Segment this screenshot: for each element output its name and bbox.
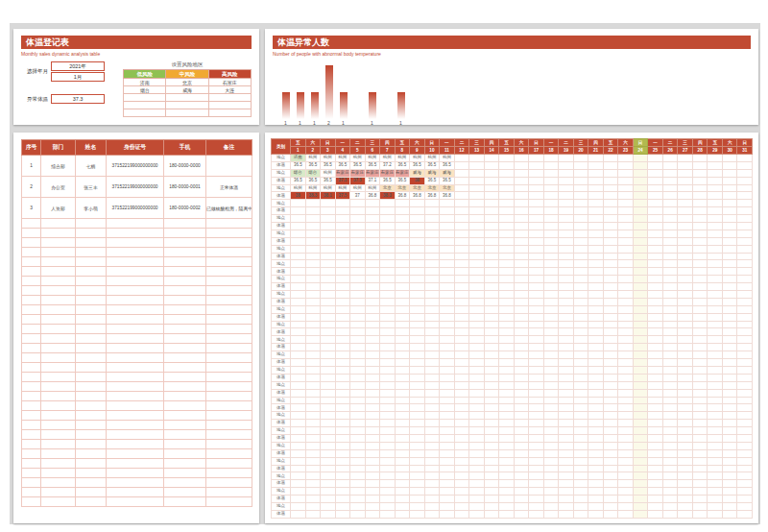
grid-cell[interactable] (678, 442, 693, 449)
grid-cell[interactable] (678, 223, 693, 230)
grid-cell[interactable] (559, 328, 574, 336)
grid-cell[interactable] (678, 321, 693, 328)
grid-cell[interactable] (395, 245, 410, 253)
grid-cell[interactable] (543, 276, 559, 283)
roster-cell[interactable] (107, 478, 164, 488)
grid-cell[interactable] (514, 449, 529, 457)
grid-cell[interactable] (603, 502, 618, 510)
grid-cell[interactable] (350, 404, 366, 412)
grid-cell[interactable]: 38.1 (321, 192, 336, 200)
month-cell[interactable]: 1月 (51, 72, 105, 82)
grid-cell[interactable] (440, 389, 455, 397)
grid-cell[interactable] (395, 465, 410, 472)
grid-cell[interactable] (454, 381, 469, 389)
grid-cell[interactable] (559, 488, 574, 496)
grid-cell[interactable] (543, 177, 559, 184)
grid-cell[interactable] (321, 374, 336, 381)
grid-cell[interactable] (454, 449, 469, 457)
roster-cell[interactable] (76, 373, 107, 382)
roster-cell[interactable] (76, 286, 107, 296)
grid-cell[interactable] (588, 321, 604, 328)
grid-cell[interactable] (335, 237, 350, 245)
grid-cell[interactable] (722, 397, 737, 404)
grid-cell[interactable] (514, 245, 529, 253)
grid-cell[interactable] (692, 177, 708, 184)
grid-cell[interactable] (424, 283, 440, 291)
grid-cell[interactable] (395, 260, 410, 268)
grid-cell[interactable] (588, 305, 604, 313)
grid-cell[interactable] (321, 237, 336, 245)
roster-cell[interactable] (107, 488, 164, 497)
grid-cell[interactable] (365, 366, 380, 374)
grid-cell[interactable] (603, 366, 618, 374)
grid-cell[interactable] (395, 321, 410, 328)
grid-cell[interactable] (410, 207, 425, 215)
grid-cell[interactable] (722, 283, 737, 291)
grid-cell[interactable]: 36.5 (321, 161, 336, 169)
grid-cell[interactable] (662, 434, 678, 442)
grid-cell[interactable]: 38 (410, 177, 425, 184)
grid-cell[interactable] (499, 313, 515, 321)
grid-cell[interactable] (737, 336, 753, 344)
grid-cell[interactable] (440, 351, 455, 359)
grid-cell[interactable] (722, 155, 737, 162)
grid-cell[interactable] (499, 177, 515, 184)
grid-cell[interactable] (722, 336, 737, 344)
grid-cell[interactable] (321, 321, 336, 328)
grid-cell[interactable] (662, 223, 678, 230)
grid-cell[interactable] (469, 260, 485, 268)
roster-cell[interactable] (76, 430, 107, 440)
roster-cell[interactable] (22, 411, 41, 421)
grid-cell[interactable] (543, 397, 559, 404)
grid-cell[interactable] (395, 457, 410, 465)
grid-cell[interactable] (722, 472, 737, 480)
grid-cell[interactable] (321, 351, 336, 359)
grid-cell[interactable] (440, 510, 455, 518)
grid-cell[interactable] (514, 161, 529, 169)
grid-cell[interactable] (454, 305, 469, 313)
roster-cell[interactable] (76, 411, 107, 421)
grid-cell[interactable] (618, 420, 634, 427)
grid-cell[interactable] (662, 237, 678, 245)
roster-cell[interactable]: 办公室 (41, 177, 76, 198)
grid-cell[interactable] (350, 496, 366, 503)
roster-cell[interactable] (164, 382, 206, 392)
grid-cell[interactable] (573, 427, 588, 435)
grid-cell[interactable]: 36.5 (380, 177, 396, 184)
grid-cell[interactable] (424, 374, 440, 381)
grid-cell[interactable] (350, 374, 366, 381)
grid-cell[interactable] (722, 321, 737, 328)
grid-cell[interactable] (424, 276, 440, 283)
grid-cell[interactable] (365, 427, 380, 435)
grid-cell[interactable] (469, 291, 485, 299)
grid-cell[interactable] (737, 389, 753, 397)
roster-cell[interactable] (76, 229, 107, 238)
grid-cell[interactable] (484, 305, 499, 313)
grid-cell[interactable] (484, 510, 499, 518)
grid-cell[interactable] (529, 502, 544, 510)
grid-cell[interactable] (454, 389, 469, 397)
grid-cell[interactable] (365, 268, 380, 276)
roster-cell[interactable] (41, 430, 76, 440)
grid-cell[interactable] (454, 480, 469, 488)
grid-cell[interactable] (648, 457, 663, 465)
grid-cell[interactable] (737, 472, 753, 480)
grid-cell[interactable] (514, 457, 529, 465)
grid-cell[interactable] (529, 155, 544, 162)
grid-cell[interactable] (648, 305, 663, 313)
grid-cell[interactable] (321, 412, 336, 420)
grid-cell[interactable] (410, 389, 425, 397)
grid-cell[interactable] (499, 215, 515, 223)
grid-cell[interactable] (633, 397, 648, 404)
grid-cell[interactable]: 杭州 (410, 155, 425, 162)
grid-cell[interactable] (305, 449, 321, 457)
roster-cell[interactable] (164, 430, 206, 440)
grid-cell[interactable] (410, 412, 425, 420)
grid-cell[interactable] (499, 283, 515, 291)
grid-cell[interactable] (424, 381, 440, 389)
roster-cell[interactable] (41, 305, 76, 315)
grid-cell[interactable] (662, 321, 678, 328)
grid-cell[interactable] (662, 381, 678, 389)
grid-cell[interactable] (305, 412, 321, 420)
grid-cell[interactable] (588, 336, 604, 344)
